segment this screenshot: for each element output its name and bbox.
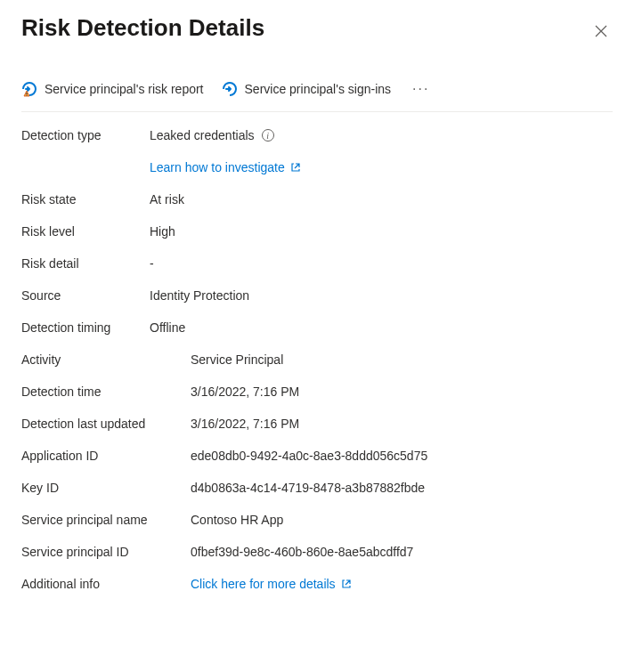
detection-timing-value: Offline [150, 320, 613, 335]
details-section-1: Detection type Leaked credentials i Lear… [21, 128, 613, 335]
risk-state-label: Risk state [21, 192, 150, 206]
sp-id-label: Service principal ID [21, 545, 191, 559]
sign-ins-button[interactable]: Service principal's sign-ins [222, 81, 392, 97]
application-id-value: ede08db0-9492-4a0c-8ae3-8ddd056c5d75 [191, 449, 613, 463]
more-actions-button[interactable]: ··· [409, 77, 433, 101]
svg-rect-1 [27, 95, 28, 96]
info-icon[interactable]: i [262, 129, 274, 142]
detection-time-value: 3/16/2022, 7:16 PM [191, 385, 613, 399]
risk-level-value: High [150, 224, 613, 239]
enter-arrow-warning-icon [21, 81, 37, 97]
source-label: Source [21, 288, 150, 303]
additional-info-value: Click here for more details [191, 577, 613, 591]
activity-value: Service Principal [191, 352, 613, 367]
activity-label: Activity [21, 352, 191, 367]
detection-last-updated-value: 3/16/2022, 7:16 PM [191, 417, 613, 431]
toolbar: Service principal's risk report Service … [21, 77, 613, 112]
sign-ins-label: Service principal's sign-ins [245, 82, 392, 96]
close-button[interactable] [589, 20, 613, 45]
more-details-link[interactable]: Click here for more details [191, 577, 352, 591]
more-details-link-text: Click here for more details [191, 577, 336, 591]
risk-detection-details-panel: Risk Detection Details Service principal… [0, 0, 634, 612]
investigate-link[interactable]: Learn how to investigate [150, 160, 613, 174]
sp-name-value: Contoso HR App [191, 513, 613, 527]
detection-timing-label: Detection timing [21, 320, 150, 335]
key-id-label: Key ID [21, 481, 191, 495]
page-title: Risk Detection Details [21, 14, 264, 42]
detection-time-label: Detection time [21, 385, 191, 399]
source-value: Identity Protection [150, 288, 613, 303]
investigate-link-text: Learn how to investigate [150, 160, 285, 174]
key-id-value: d4b0863a-4c14-4719-8478-a3b87882fbde [191, 481, 613, 495]
detection-type-value-row: Leaked credentials i [150, 128, 613, 142]
detection-type-value-stack: Leaked credentials i Learn how to invest… [150, 128, 613, 174]
external-link-icon [341, 579, 352, 589]
detection-last-updated-label: Detection last updated [21, 417, 191, 431]
risk-report-label: Service principal's risk report [45, 82, 204, 96]
sp-id-value: 0fbef39d-9e8c-460b-860e-8ae5abcdffd7 [191, 545, 613, 559]
additional-info-label: Additional info [21, 577, 191, 591]
external-link-icon [290, 162, 301, 173]
risk-state-value: At risk [150, 192, 613, 206]
detection-type-label: Detection type [21, 128, 150, 174]
close-icon [595, 25, 607, 40]
risk-detail-label: Risk detail [21, 256, 150, 271]
ellipsis-icon: ··· [412, 81, 429, 96]
application-id-label: Application ID [21, 449, 191, 463]
detection-type-value: Leaked credentials [150, 128, 255, 142]
details-section-2: Activity Service Principal Detection tim… [21, 352, 613, 591]
panel-header: Risk Detection Details [21, 14, 613, 45]
risk-report-button[interactable]: Service principal's risk report [21, 81, 204, 97]
risk-detail-value: - [150, 256, 613, 271]
risk-level-label: Risk level [21, 224, 150, 239]
svg-rect-0 [27, 93, 28, 94]
enter-arrow-icon [222, 81, 238, 97]
sp-name-label: Service principal name [21, 513, 191, 527]
